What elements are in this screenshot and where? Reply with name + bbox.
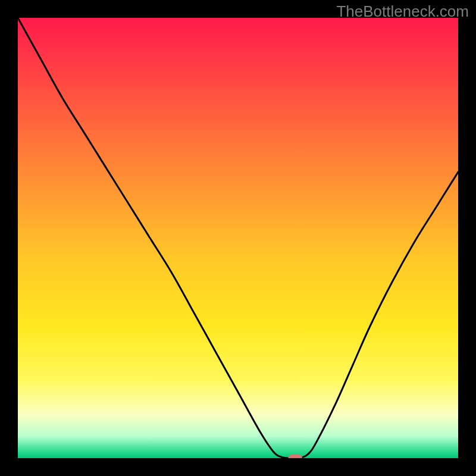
chart-frame: TheBottleneck.com — [0, 0, 476, 476]
optimal-marker — [288, 455, 302, 458]
watermark-text: TheBottleneck.com — [336, 2, 469, 21]
bottleneck-chart — [18, 18, 458, 458]
